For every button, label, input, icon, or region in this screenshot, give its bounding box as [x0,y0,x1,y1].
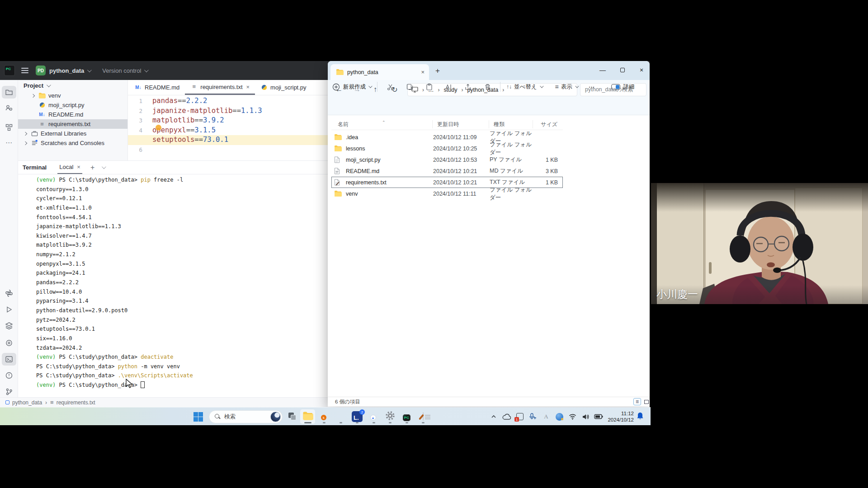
project-panel-header[interactable]: Project [18,80,127,91]
search-icon [215,414,221,420]
battery-icon[interactable] [594,412,603,421]
file-date: 2024/10/12 11:11 [433,191,490,197]
taskbar-app-chrome[interactable]: k [317,409,332,424]
tree-item-requirements-txt[interactable]: ≡requirements.txt [18,119,127,129]
cut-icon[interactable] [383,81,397,93]
status-crumb-file[interactable]: requirements.txt [57,399,95,406]
hidden-icons-chevron-icon[interactable] [489,412,498,421]
run-tool-icon[interactable] [2,303,16,316]
tab-label: requirements.txt [200,84,242,90]
ime-a-icon[interactable]: A [542,412,551,421]
taskbar-search[interactable]: 検索 [209,410,283,423]
tree-item-venv[interactable]: venv [18,91,127,100]
minimize-button[interactable]: — [593,61,613,79]
running-indicator [304,422,311,423]
chevron-icon[interactable] [24,131,27,135]
new-tab-icon[interactable]: + [435,66,440,75]
taskbar-app-settings-gear[interactable] [383,409,398,424]
git-branch-icon[interactable] [2,385,16,398]
problems-target-icon[interactable] [2,337,16,349]
file-size: 1 KB [533,179,561,186]
network-sphere-icon[interactable] [555,412,564,421]
onedrive-cloud-icon[interactable] [502,412,511,421]
notify-badge-1-icon[interactable]: 1 [515,412,524,421]
task-view-button[interactable] [288,412,297,422]
taskbar-app-chrome[interactable]: ▲ [366,409,381,424]
volume-icon[interactable] [581,412,590,421]
taskbar-app-notepad[interactable] [416,409,431,424]
share-icon[interactable] [461,81,475,93]
details-view-icon[interactable] [642,398,650,405]
taskbar-app-l-app[interactable]: L.2 [350,409,365,424]
rename-icon[interactable] [442,81,455,93]
editor-tab-requirements-txt[interactable]: ≡requirements.txt× [185,80,255,95]
terminal-tab-local[interactable]: Local × [57,161,82,174]
close-icon[interactable]: × [421,69,425,75]
file-row-venv[interactable]: venv2024/10/12 11:11ファイル フォルダー [331,188,563,199]
notification-bell-icon[interactable] [636,412,646,422]
python-packages-icon[interactable] [2,287,16,300]
notifications-icon[interactable] [2,369,16,382]
file-row-moji-script-py[interactable]: moji_script.py2024/10/12 10:53PY ファイル1 K… [331,154,563,165]
microphone-pointer-icon[interactable] [528,412,538,421]
tree-item-moji-script-py[interactable]: moji_script.py [18,100,127,110]
file-icon [334,179,342,186]
chevron-down-icon[interactable] [102,164,106,169]
tree-item-label: README.md [48,111,83,118]
chevron-icon[interactable] [31,94,35,97]
file-date: 2024/10/12 11:09 [433,134,490,141]
close-icon[interactable]: × [77,164,80,170]
version-control-menu[interactable]: Version control [102,67,147,74]
terminal-cursor[interactable] [141,381,145,388]
more-tools-icon[interactable]: ⋯ [2,136,16,149]
editor-tab-moji-script-py[interactable]: moji_script.py [255,80,311,95]
folder-icon [334,145,342,152]
file-row-readme-md[interactable]: README.md2024/10/12 10:21MD ファイル3 KB [331,165,563,177]
taskbar-app-pycharm[interactable]: PC [399,409,414,424]
paste-icon[interactable] [422,81,436,93]
file-row-lessons[interactable]: lessons2024/10/12 10:25ファイル フォルダー [331,143,563,154]
project-selector[interactable]: python_data [49,67,90,74]
commit-tool-icon[interactable] [2,102,16,114]
wifi-icon[interactable] [568,412,577,421]
status-crumb-project[interactable]: python_data [12,399,42,406]
tree-item-readme-md[interactable]: M↓README.md [18,110,127,119]
tree-item-label: moji_script.py [48,102,84,108]
start-button[interactable] [193,412,203,422]
close-icon[interactable]: × [246,84,250,90]
view-button[interactable]: ≡ 表示 [555,83,578,91]
sort-button[interactable]: ↑↓ 並べ替え [506,83,542,91]
copy-icon[interactable] [403,81,416,93]
maximize-button[interactable] [613,61,632,79]
project-tool-icon[interactable] [2,86,16,99]
taskbar-app-brave[interactable] [333,409,348,424]
weather-widget-icon[interactable] [270,412,281,422]
tree-item-scratches-and-consoles[interactable]: Scratches and Consoles [18,138,127,148]
clock-time: 11:12 [621,410,634,417]
main-menu-icon[interactable] [21,68,28,73]
new-terminal-icon[interactable]: + [90,164,94,172]
editor-tab-readme-md[interactable]: M↓README.md [129,80,185,95]
chevron-down-icon [47,83,51,87]
column-header-date[interactable]: 更新日時 [433,120,489,128]
list-view-icon[interactable]: ≡ [633,398,641,405]
folder-icon [334,190,342,197]
close-button[interactable]: × [632,61,651,79]
taskbar-clock[interactable]: 11:12 2024/10/12 [604,409,634,424]
view-lines-icon: ≡ [555,83,559,90]
more-options-icon[interactable]: ⋯ [589,83,595,90]
tree-item-external-libraries[interactable]: External Libraries [18,129,127,138]
taskbar-app-file-explorer[interactable] [300,409,315,424]
new-item-button[interactable]: 新規作成 [332,83,371,91]
delete-icon[interactable] [481,81,494,93]
structure-tool-icon[interactable] [2,121,16,134]
explorer-statusbar: 6 個の項目 ≡ [328,397,650,407]
services-layers-icon[interactable] [2,319,16,332]
details-toggle-button[interactable]: 詳細 [611,83,635,91]
terminal-tool-icon[interactable] [2,353,16,366]
column-header-size[interactable]: サイズ [533,120,560,128]
column-header-name[interactable]: 名前 ⌃ [331,120,433,128]
column-header-type[interactable]: 種類 [489,120,533,128]
running-indicator [373,422,375,423]
chevron-icon[interactable] [24,141,27,145]
